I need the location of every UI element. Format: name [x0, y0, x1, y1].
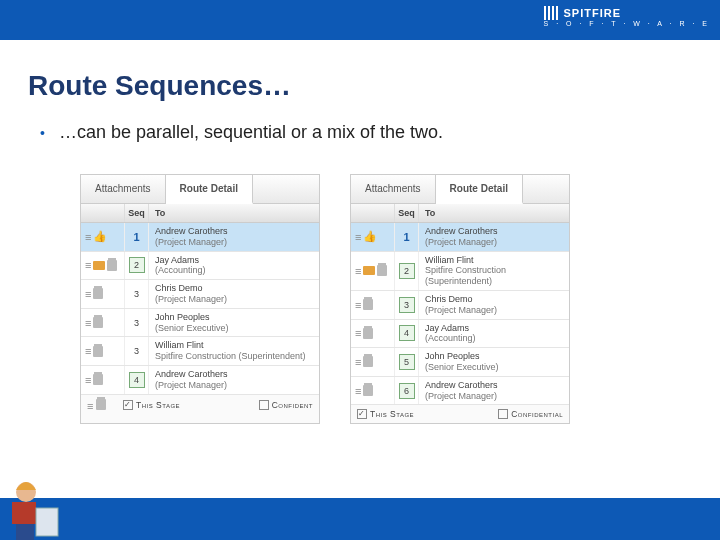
row-to: Andrew Carothers(Project Manager) [149, 366, 319, 394]
row-actions: ≡ [81, 366, 125, 394]
table-row[interactable]: ≡6Andrew Carothers(Project Manager) [351, 377, 569, 406]
tab-bar: Attachments Route Detail [81, 175, 319, 204]
trash-icon[interactable] [363, 328, 373, 339]
row-to: John Peoples(Senior Executive) [149, 309, 319, 337]
row-seq: 1 [125, 223, 149, 251]
trash-icon[interactable] [377, 265, 387, 276]
table-row[interactable]: ≡3William FlintSpitfire Construction (Su… [81, 337, 319, 366]
drag-icon[interactable]: ≡ [85, 345, 91, 357]
table-row[interactable]: ≡5John Peoples(Senior Executive) [351, 348, 569, 377]
trash-icon[interactable] [363, 356, 373, 367]
drag-icon[interactable]: ≡ [85, 231, 91, 243]
checkbox-confidential[interactable]: Confidential [498, 409, 563, 419]
row-actions: ≡ [81, 280, 125, 308]
row-actions: ≡👍 [351, 223, 395, 251]
row-to: Andrew Carothers(Project Manager) [419, 377, 569, 405]
bullet-text: …can be parallel, sequential or a mix of… [59, 122, 443, 143]
row-to: Jay Adams(Accounting) [149, 252, 319, 280]
row-seq: 3 [125, 280, 149, 308]
row-actions: ≡ [81, 337, 125, 365]
drag-icon[interactable]: ≡ [85, 288, 91, 300]
folder-icon[interactable] [93, 261, 105, 270]
drag-icon[interactable]: ≡ [87, 400, 93, 412]
drag-icon[interactable]: ≡ [355, 299, 361, 311]
table-row[interactable]: ≡3Chris Demo(Project Manager) [351, 291, 569, 320]
row-actions: ≡ [81, 309, 125, 337]
route-grid: Seq To ≡👍1Andrew Carothers(Project Manag… [351, 204, 569, 405]
row-seq: 3 [125, 337, 149, 365]
folder-icon[interactable] [363, 266, 375, 275]
table-row[interactable]: ≡👍1Andrew Carothers(Project Manager) [81, 223, 319, 252]
construction-worker-icon [10, 462, 70, 540]
row-seq: 1 [395, 223, 419, 251]
row-seq: 5 [395, 348, 419, 376]
drag-icon[interactable]: ≡ [85, 259, 91, 271]
row-seq: 3 [125, 309, 149, 337]
row-actions: ≡ [351, 252, 395, 290]
row-to: William FlintSpitfire Construction (Supe… [149, 337, 319, 365]
panel-footer: ≡ ✓This Stage Confident [81, 395, 319, 416]
trash-icon[interactable] [363, 299, 373, 310]
table-row[interactable]: ≡👍1Andrew Carothers(Project Manager) [351, 223, 569, 252]
tab-route-detail[interactable]: Route Detail [166, 175, 253, 204]
brand-name: SPITFIRE [564, 7, 622, 19]
checkbox-confidential[interactable]: Confident [259, 400, 313, 410]
trash-icon[interactable] [96, 399, 106, 410]
row-to: Andrew Carothers(Project Manager) [419, 223, 569, 251]
table-row[interactable]: ≡4Jay Adams(Accounting) [351, 320, 569, 349]
col-to: To [149, 204, 319, 222]
grid-body-a: ≡👍1Andrew Carothers(Project Manager)≡2Ja… [81, 223, 319, 395]
thumb-icon[interactable]: 👍 [93, 230, 107, 243]
brand-logo: SPITFIRE S · O · F · T · W · A · R · E [544, 6, 710, 27]
row-seq: 2 [125, 252, 149, 280]
tab-route-detail[interactable]: Route Detail [436, 175, 523, 204]
checkbox-this-stage[interactable]: ✓This Stage [123, 400, 180, 410]
table-row[interactable]: ≡3John Peoples(Senior Executive) [81, 309, 319, 338]
table-row[interactable]: ≡2William FlintSpitfire Construction (Su… [351, 252, 569, 291]
panels-container: Attachments Route Detail Seq To ≡👍1Andre… [80, 174, 720, 424]
trash-icon[interactable] [93, 288, 103, 299]
table-row[interactable]: ≡3Chris Demo(Project Manager) [81, 280, 319, 309]
table-row[interactable]: ≡2Jay Adams(Accounting) [81, 252, 319, 281]
table-row[interactable]: ≡4Andrew Carothers(Project Manager) [81, 366, 319, 395]
row-actions: ≡ [351, 320, 395, 348]
row-actions: ≡ [81, 252, 125, 280]
drag-icon[interactable]: ≡ [355, 327, 361, 339]
route-grid: Seq To ≡👍1Andrew Carothers(Project Manag… [81, 204, 319, 395]
brand-subtitle: S · O · F · T · W · A · R · E [544, 20, 710, 27]
trash-icon[interactable] [93, 346, 103, 357]
row-seq: 3 [395, 291, 419, 319]
row-seq: 4 [125, 366, 149, 394]
drag-icon[interactable]: ≡ [355, 265, 361, 277]
panel-sequential: Attachments Route Detail Seq To ≡👍1Andre… [350, 174, 570, 424]
checkbox-this-stage[interactable]: ✓This Stage [357, 409, 414, 419]
row-to: Chris Demo(Project Manager) [419, 291, 569, 319]
trash-icon[interactable] [93, 317, 103, 328]
bullet-line: • …can be parallel, sequential or a mix … [40, 122, 720, 144]
drag-icon[interactable]: ≡ [85, 374, 91, 386]
row-actions: ≡👍 [81, 223, 125, 251]
row-seq: 6 [395, 377, 419, 405]
svg-rect-1 [12, 502, 36, 524]
trash-icon[interactable] [107, 260, 117, 271]
grid-body-b: ≡👍1Andrew Carothers(Project Manager)≡2Wi… [351, 223, 569, 405]
row-seq: 2 [395, 252, 419, 290]
col-actions [351, 204, 395, 222]
logo-stripes-icon [544, 6, 560, 20]
trash-icon[interactable] [93, 374, 103, 385]
row-actions: ≡ [351, 377, 395, 405]
drag-icon[interactable]: ≡ [355, 356, 361, 368]
drag-icon[interactable]: ≡ [355, 231, 361, 243]
drag-icon[interactable]: ≡ [85, 317, 91, 329]
row-actions: ≡ [351, 348, 395, 376]
tab-attachments[interactable]: Attachments [81, 175, 166, 203]
row-seq: 4 [395, 320, 419, 348]
row-to: Jay Adams(Accounting) [419, 320, 569, 348]
thumb-icon[interactable]: 👍 [363, 230, 377, 243]
row-to: Chris Demo(Project Manager) [149, 280, 319, 308]
row-to: Andrew Carothers(Project Manager) [149, 223, 319, 251]
tab-attachments[interactable]: Attachments [351, 175, 436, 203]
trash-icon[interactable] [363, 385, 373, 396]
col-seq: Seq [125, 204, 149, 222]
drag-icon[interactable]: ≡ [355, 385, 361, 397]
